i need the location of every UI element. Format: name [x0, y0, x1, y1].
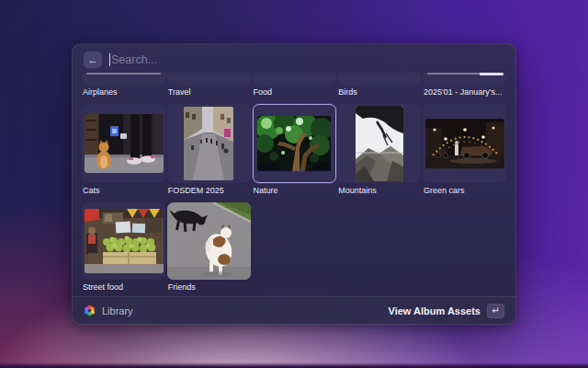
search-bar: ← — [73, 44, 515, 73]
album-tile-birds[interactable] — [337, 73, 421, 85]
album-tile-2025-01[interactable] — [423, 73, 506, 85]
album-label: Green cars — [424, 186, 505, 196]
return-key-icon: ↵ — [487, 304, 504, 318]
album-grid-row-2: Cats — [73, 104, 515, 202]
album-label: Food — [254, 87, 335, 98]
album-tile-friends[interactable] — [167, 202, 251, 280]
album-label: Street food — [83, 282, 164, 293]
album-tile-mountains[interactable] — [337, 104, 421, 183]
tree-canopy-photo — [257, 116, 331, 171]
album-label: Birds — [338, 87, 420, 98]
search-input[interactable] — [110, 53, 504, 66]
footer-bar: Library View Album Assets ↵ — [73, 296, 515, 324]
view-album-assets-action[interactable]: View Album Assets ↵ — [389, 304, 504, 318]
back-button[interactable]: ← — [84, 52, 102, 68]
album-label: Cats — [83, 186, 164, 196]
album-grid-row-1: Airplanes Travel Food Birds 2025'01 - Ja… — [73, 73, 515, 104]
view-album-assets-label: View Album Assets — [389, 305, 481, 316]
arrow-left-icon: ← — [88, 55, 98, 65]
two-dogs-on-road-photo — [167, 202, 251, 280]
night-car-scene-photo — [425, 119, 504, 168]
photos-pinwheel-icon — [84, 305, 96, 316]
album-grid-row-3: Street food — [73, 202, 515, 299]
album-tile-food[interactable] — [253, 73, 336, 85]
album-tile-street-food[interactable] — [82, 202, 165, 280]
bird-over-mountain-photo — [356, 106, 403, 181]
album-tile-airplanes[interactable] — [82, 73, 165, 85]
album-label: Airplanes — [83, 87, 164, 98]
album-label: Nature — [254, 186, 335, 196]
search-photos-panel: ← Airplanes Travel Food Birds 2025'01 - … — [72, 43, 516, 325]
album-tile-green-cars[interactable] — [423, 104, 506, 183]
library-source: Library — [84, 305, 133, 316]
album-tile-nature[interactable] — [253, 104, 336, 183]
cat-beside-person-legs-photo — [85, 114, 164, 173]
search-field-wrap — [109, 53, 504, 66]
album-tile-travel[interactable] — [167, 73, 251, 85]
album-tile-fosdem-2025[interactable] — [167, 104, 251, 183]
album-tile-cats[interactable] — [82, 104, 165, 183]
album-label: Friends — [168, 282, 250, 293]
city-street-photo — [184, 107, 233, 180]
album-label: 2025'01 - January's... — [424, 87, 505, 98]
library-label: Library — [102, 305, 133, 316]
album-label: Travel — [168, 87, 250, 98]
fruit-market-stall-photo — [85, 209, 164, 273]
album-label: Mountains — [338, 186, 420, 196]
album-label: FOSDEM 2025 — [168, 186, 250, 196]
